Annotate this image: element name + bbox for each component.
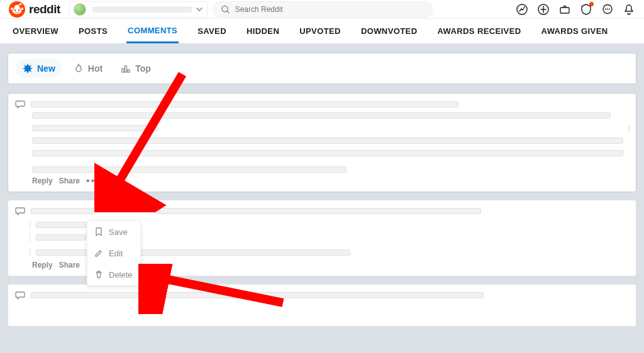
sort-bar: New Hot Top bbox=[8, 53, 636, 84]
tab-saved[interactable]: SAVED bbox=[196, 20, 228, 42]
post-title-placeholder bbox=[31, 101, 458, 107]
hot-icon bbox=[73, 63, 84, 74]
reply-button[interactable]: Reply bbox=[32, 176, 53, 185]
top-icon bbox=[120, 63, 131, 74]
comment-header bbox=[14, 290, 630, 301]
tab-awards-given[interactable]: AWARDS GIVEN bbox=[540, 20, 609, 42]
pencil-icon bbox=[94, 248, 104, 258]
svg-rect-17 bbox=[122, 68, 124, 72]
svg-point-6 bbox=[21, 8, 23, 10]
menu-label: Save bbox=[109, 227, 128, 237]
svg-point-5 bbox=[11, 8, 13, 10]
reply-button[interactable]: Reply bbox=[32, 261, 53, 269]
text-line bbox=[32, 112, 611, 119]
comment-body bbox=[14, 110, 630, 173]
text-line bbox=[32, 125, 158, 131]
user-dropdown[interactable] bbox=[69, 1, 208, 18]
thread-rail bbox=[30, 248, 31, 257]
menu-label: Edit bbox=[109, 249, 123, 258]
more-button[interactable]: ••• bbox=[86, 178, 101, 183]
popular-icon[interactable] bbox=[516, 3, 528, 16]
tab-awards-received[interactable]: AWARDS RECEIVED bbox=[436, 20, 522, 42]
share-button[interactable]: Share bbox=[59, 261, 80, 269]
svg-point-3 bbox=[14, 9, 16, 11]
svg-point-13 bbox=[605, 8, 606, 9]
post-title-placeholder bbox=[154, 208, 481, 214]
search-input[interactable] bbox=[235, 5, 425, 14]
text-line bbox=[32, 138, 623, 144]
sort-label: Hot bbox=[88, 63, 103, 73]
text-line bbox=[32, 150, 623, 156]
svg-rect-19 bbox=[128, 70, 130, 72]
comment-card bbox=[8, 284, 636, 327]
thread-rail bbox=[30, 220, 31, 229]
notification-dot bbox=[589, 2, 594, 6]
trash-icon bbox=[94, 269, 104, 280]
sort-top[interactable]: Top bbox=[114, 59, 157, 78]
text-line bbox=[32, 166, 347, 173]
sort-new[interactable]: New bbox=[16, 59, 62, 78]
tab-comments[interactable]: COMMENTS bbox=[126, 19, 179, 43]
comment-icon bbox=[14, 205, 26, 217]
comment-card: Reply Share ••• bbox=[8, 93, 636, 192]
text-line bbox=[628, 125, 630, 131]
shield-icon[interactable] bbox=[580, 3, 592, 16]
menu-edit[interactable]: Edit bbox=[87, 242, 140, 264]
comment-icon bbox=[14, 290, 26, 301]
avatar-icon bbox=[74, 3, 86, 16]
new-icon bbox=[22, 63, 33, 74]
tab-downvoted[interactable]: DOWNVOTED bbox=[360, 20, 419, 42]
coin-icon[interactable] bbox=[537, 3, 550, 16]
sort-label: New bbox=[37, 63, 55, 73]
sort-label: Top bbox=[135, 63, 151, 73]
share-button[interactable]: Share bbox=[59, 176, 80, 185]
svg-rect-11 bbox=[560, 8, 569, 13]
text-line bbox=[36, 249, 350, 256]
search-icon bbox=[221, 4, 230, 14]
text-line bbox=[36, 222, 86, 228]
moderation-icon[interactable] bbox=[558, 3, 571, 16]
context-menu: Save Edit Delete bbox=[87, 220, 141, 286]
text-line bbox=[31, 208, 94, 214]
comment-icon bbox=[14, 99, 26, 110]
top-icon-bar bbox=[516, 3, 635, 16]
post-title-placeholder bbox=[31, 292, 484, 298]
profile-nav-tabs: OVERVIEW POSTS COMMENTS SAVED HIDDEN UPV… bbox=[0, 19, 644, 44]
comment-header bbox=[14, 99, 630, 110]
comment-header bbox=[14, 205, 630, 217]
svg-marker-16 bbox=[23, 63, 33, 73]
sort-hot[interactable]: Hot bbox=[67, 59, 109, 78]
tab-upvoted[interactable]: UPVOTED bbox=[298, 20, 342, 42]
svg-rect-18 bbox=[125, 66, 127, 72]
tab-hidden[interactable]: HIDDEN bbox=[245, 20, 280, 42]
menu-delete[interactable]: Delete bbox=[87, 264, 140, 285]
chat-icon[interactable] bbox=[601, 3, 614, 16]
brand-text: reddit bbox=[29, 3, 60, 16]
text-line bbox=[36, 234, 86, 241]
bookmark-icon bbox=[94, 227, 104, 237]
tab-posts[interactable]: POSTS bbox=[77, 20, 109, 42]
svg-point-14 bbox=[607, 8, 608, 9]
reddit-logo-icon bbox=[9, 1, 25, 18]
menu-label: Delete bbox=[109, 270, 133, 280]
thread-rail bbox=[30, 233, 31, 242]
bell-icon[interactable] bbox=[623, 3, 635, 16]
top-bar: reddit bbox=[0, 0, 644, 19]
brand-logo[interactable]: reddit bbox=[9, 1, 60, 18]
menu-save[interactable]: Save bbox=[87, 221, 140, 242]
comment-actions: Reply Share ••• bbox=[14, 173, 630, 185]
chevron-down-icon bbox=[196, 6, 203, 13]
tab-overview[interactable]: OVERVIEW bbox=[11, 20, 60, 42]
svg-point-15 bbox=[609, 8, 610, 9]
search-box[interactable] bbox=[213, 1, 433, 18]
username-placeholder bbox=[92, 6, 192, 13]
svg-point-4 bbox=[18, 9, 20, 11]
